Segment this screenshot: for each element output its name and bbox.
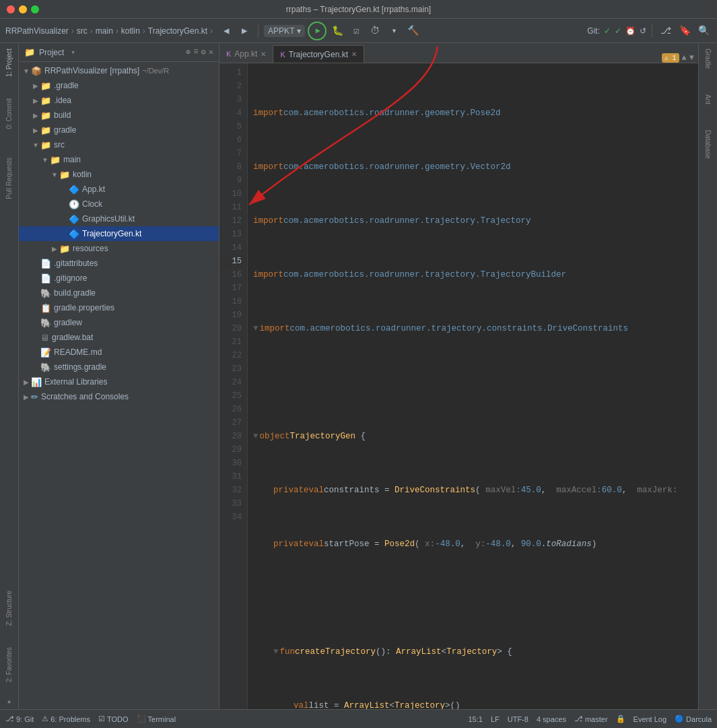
tree-item-gitignore[interactable]: ▶ 📄 .gitignore (19, 271, 219, 286)
ant-panel-toggle[interactable]: Ant (703, 92, 713, 107)
project-panel-toggle[interactable]: 1: Project (4, 46, 14, 79)
tree-root[interactable]: ▼ 📦 RRPathVisualizer [rrpaths] ~/Dev/R (19, 63, 219, 78)
tree-item-buildgradle[interactable]: ▶ 🐘 build.gradle (19, 286, 219, 300)
project-dropdown-icon[interactable]: ▾ (71, 48, 75, 57)
favorites-toggle[interactable]: 2: Favorites (4, 644, 14, 685)
tree-item-readme[interactable]: ▶ 📝 README.md (19, 345, 219, 360)
nav-down-icon[interactable]: ▼ (689, 53, 694, 63)
tree-item-label: .gradle (54, 81, 79, 90)
git-status[interactable]: ⎇ 9: Git (5, 715, 34, 723)
tree-item-resources[interactable]: ▶ 📁 resources (19, 241, 219, 256)
code-line-5: ▼import com.acmerobotics.roadrunner.traj… (253, 322, 698, 335)
line-num-21: 21 (219, 335, 247, 349)
line-ending-status[interactable]: LF (491, 715, 500, 723)
tab-appkt[interactable]: K App.kt ✕ (219, 45, 273, 63)
tree-item-graphicsutil[interactable]: ▶ 🔷 GraphicsUtil.kt (19, 211, 219, 226)
git-history-icon[interactable]: ⏰ (625, 26, 636, 36)
close-panel-icon[interactable]: ✕ (209, 47, 213, 57)
tree-item-gradlewbat[interactable]: ▶ 🖥 gradlew.bat (19, 330, 219, 345)
indent-status[interactable]: 4 spaces (537, 715, 566, 723)
breadcrumb[interactable]: RRPathVisualizer › src › main › kotlin ›… (5, 26, 213, 36)
tree-item-appkt[interactable]: ▶ 🔷 App.kt (19, 182, 219, 197)
build-button[interactable]: 🔨 (405, 23, 421, 39)
problems-status[interactable]: ⚠ 6: Problems (42, 715, 90, 723)
tree-item-label: gradle.properties (54, 303, 114, 312)
line-num-17: 17 (219, 282, 247, 295)
maximize-button[interactable] (31, 5, 39, 13)
tree-item-settingsgradle[interactable]: ▶ 🐘 settings.gradle (19, 360, 219, 374)
tab-close-icon[interactable]: ✕ (261, 51, 266, 58)
position-label: 15:1 (468, 715, 482, 723)
line-num-9: 9 (219, 174, 247, 187)
project-title: Project (39, 48, 64, 57)
close-button[interactable] (7, 5, 15, 13)
collapse-all-icon[interactable]: ≡ (193, 47, 198, 57)
position-status[interactable]: 15:1 (468, 715, 482, 723)
minimize-button[interactable] (19, 5, 27, 13)
commit-panel-toggle[interactable]: 0: Commit (4, 96, 14, 132)
bookmarks-button[interactable]: 🔖 (677, 23, 693, 39)
search-everywhere-button[interactable]: 🔍 (695, 23, 712, 39)
theme-status[interactable]: 🔵 Darcula (675, 715, 712, 723)
gradle-panel-toggle[interactable]: Gradle (703, 46, 713, 71)
tree-item-trajectorygenkt[interactable]: ▶ 🔷 TrajectoryGen.kt (19, 226, 219, 241)
todo-status[interactable]: ☑ TODO (98, 715, 129, 723)
coverage-button[interactable]: ☑ (348, 23, 364, 39)
git-check2-icon[interactable]: ✓ (615, 26, 621, 36)
breadcrumb-item[interactable]: TrajectoryGen.kt (148, 26, 207, 36)
tree-item-build[interactable]: ▶ 📁 build (19, 108, 219, 123)
locate-icon[interactable]: ⊕ (186, 47, 191, 57)
tree-item-external-libs[interactable]: ▶ 📊 External Libraries (19, 374, 219, 389)
encoding-status[interactable]: UTF-8 (508, 715, 528, 723)
structure-toggle[interactable]: Z: Structure (4, 588, 14, 628)
settings-icon[interactable]: ⚙ (201, 47, 206, 57)
tree-item-kotlin[interactable]: ▼ 📁 kotlin (19, 167, 219, 182)
database-panel-toggle[interactable]: Database (703, 127, 713, 162)
event-log-status[interactable]: Event Log (634, 715, 667, 723)
git-check-icon[interactable]: ✓ (604, 26, 611, 36)
line-num-31: 31 (219, 470, 247, 484)
more-run-button[interactable]: ▾ (386, 23, 402, 39)
forward-button[interactable]: ▶ (236, 23, 252, 39)
pull-requests-toggle[interactable]: Pull Requests (4, 155, 14, 202)
line-num-6: 6 (219, 133, 247, 147)
lock-status[interactable]: 🔒 (616, 715, 625, 723)
tree-item-gradle-dir[interactable]: ▶ 📁 .gradle (19, 78, 219, 93)
breadcrumb-item[interactable]: kotlin (121, 26, 140, 36)
code-content[interactable]: import com.acmerobotics.roadrunner.geome… (248, 63, 698, 709)
tree-item-scratches[interactable]: ▶ ✏ Scratches and Consoles (19, 389, 219, 404)
tree-item-label: build (54, 110, 71, 120)
window-buttons[interactable] (7, 5, 39, 13)
run-button[interactable]: ▶ (308, 22, 327, 40)
profile-button[interactable]: ⏱ (367, 23, 383, 39)
tree-item-idea[interactable]: ▶ 📁 .idea (19, 93, 219, 108)
breadcrumb-item[interactable]: src (77, 26, 88, 36)
git-branches-button[interactable]: ⎇ (658, 23, 674, 39)
tree-root-label: RRPathVisualizer [rrpaths] (44, 66, 139, 75)
branch-status[interactable]: ⎇ master (574, 715, 608, 723)
tree-item-gradlew[interactable]: ▶ 🐘 gradlew (19, 315, 219, 330)
root-folder-icon: 📦 (31, 66, 42, 76)
line-num-7: 7 (219, 147, 247, 160)
breadcrumb-item[interactable]: RRPathVisualizer (5, 26, 69, 36)
project-panel-header: 📁 Project ▾ ⊕ ≡ ⚙ ✕ (19, 43, 219, 62)
tree-item-main[interactable]: ▼ 📁 main (19, 152, 219, 167)
tab-trajectorygenkt[interactable]: K TrajectoryGen.kt ✕ (273, 45, 364, 63)
right-sidebar: Gradle Ant Database (698, 43, 717, 709)
terminal-status[interactable]: ⬛ Terminal (137, 715, 176, 723)
code-editor[interactable]: 1 2 3 4 5 6 7 8 9 10 11 12 13 14 15 16 1… (219, 63, 698, 709)
tree-item-clock[interactable]: ▶ 🕐 Clock (19, 197, 219, 211)
tree-item-gradleprops[interactable]: ▶ 📋 gradle.properties (19, 300, 219, 315)
warning-badge: ⚠ 1 (662, 53, 679, 63)
tab-close-icon[interactable]: ✕ (351, 51, 357, 58)
back-button[interactable]: ◀ (218, 23, 234, 39)
config-select[interactable]: APPKT ▾ (264, 25, 305, 37)
tree-item-gradle[interactable]: ▶ 📁 gradle (19, 123, 219, 137)
git-refresh-icon[interactable]: ↺ (640, 26, 646, 36)
tree-item-gitattributes[interactable]: ▶ 📄 .gitattributes (19, 256, 219, 271)
tree-item-src[interactable]: ▼ 📁 src (19, 137, 219, 152)
breadcrumb-item[interactable]: main (96, 26, 113, 36)
favorites-star-icon[interactable]: ★ (1, 693, 18, 709)
nav-up-icon[interactable]: ▲ (682, 53, 687, 63)
debug-button[interactable]: 🐛 (329, 23, 345, 39)
